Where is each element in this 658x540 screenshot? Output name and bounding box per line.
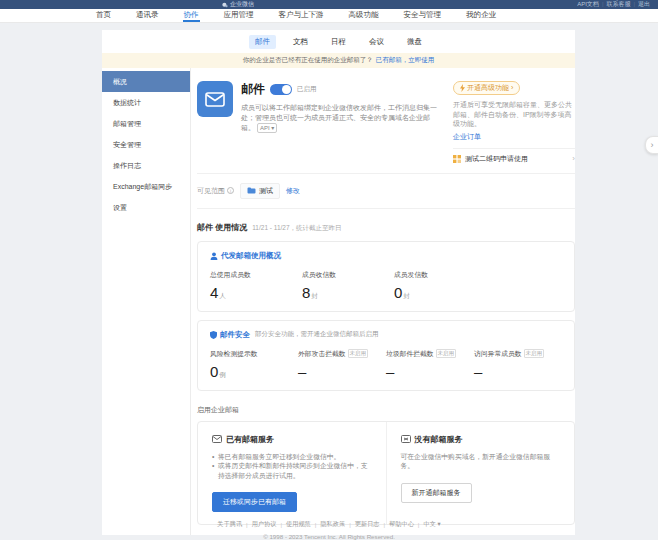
nav-item-customers[interactable]: 客户与上下游 [278,9,325,22]
toggle-status-label: 已启用 [297,85,317,94]
subtab-bar: 邮件 文档 日程 会议 微盘 [102,30,575,53]
stat-total-members: 总使用成员数 4人 [210,270,302,301]
new-mail-service-button[interactable]: 新开通邮箱服务 [401,483,472,503]
nav-item-my-company[interactable]: 我的企业 [465,9,497,22]
nav-item-home[interactable]: 首页 [95,9,112,22]
tab-docs[interactable]: 文档 [287,35,314,49]
topbar-link-api-doc[interactable]: API文档 [577,0,599,9]
envelope-icon [205,92,225,107]
sidebar-item-exchange-sync[interactable]: Exchange邮箱同步 [102,176,190,197]
usage-date-range: 11/21 - 11/27，统计截止至昨日 [252,224,341,233]
main-content: 邮件 已启用 成员可以将工作邮箱绑定到企业微信收发邮件，工作消息归集一处；管理员… [191,68,589,535]
divider [197,208,575,209]
notice-text: 你的企业是否已经有正在使用的企业邮箱了？ [243,56,373,65]
tab-meeting[interactable]: 会议 [363,35,390,49]
usage-title: 邮件 使用情况 [197,222,247,233]
enable-section-title: 启用企业邮箱 [197,405,575,415]
sidebar-item-mailbox-management[interactable]: 邮箱管理 [102,113,190,134]
has-mail-bullet: 将已有邮箱服务立即迁移到企业微信中。 [212,452,372,462]
visible-range-row: 可见范围 i 测试 修改 [197,183,575,199]
nav-item-contacts[interactable]: 通讯录 [135,9,160,22]
usage-section-header: 邮件 使用情况 11/21 - 11/27，统计截止至昨日 [197,222,575,233]
separator: | [633,0,635,9]
info-icon[interactable]: i [227,187,234,194]
caret-down-icon: ▾ [438,520,441,527]
has-mail-header: 已有邮箱服务 [226,434,274,445]
sidebar-item-security-management[interactable]: 安全管理 [102,134,190,155]
brand-logo: 企业微信 [222,0,254,9]
edit-visible-range-link[interactable]: 修改 [286,186,300,196]
enable-options-box: 已有邮箱服务 将已有邮箱服务立即迁移到企业微信中。 或将历史邮件和新邮件持续同步… [197,421,575,526]
qr-apply-row[interactable]: 测试二维码申请使用 › [453,154,575,164]
nav-item-security[interactable]: 安全与管理 [403,9,443,22]
notice-link[interactable]: 已有邮箱，立即使用 [376,56,435,65]
mail-enabled-toggle[interactable] [270,84,292,95]
migrate-sync-button[interactable]: 迁移或同步已有邮箱 [212,492,297,512]
stat-abnormal-access: 访问异常成员数未启用 – [474,349,562,380]
caret-down-icon: ▾ [271,125,274,131]
separator: | [602,0,604,9]
content-card: 邮件 文档 日程 会议 微盘 你的企业是否已经有正在使用的企业邮箱了？ 已有邮箱… [102,30,575,535]
topbar-links: API文档 | 联系客服 | 退出 [577,0,650,9]
no-mail-header: 没有邮箱服务 [415,434,463,445]
qr-code-icon [453,155,461,163]
language-selector[interactable]: 中文 ▾ [423,520,440,529]
footer-link-help[interactable]: 帮助中心 [389,520,414,529]
mail-security-header: 邮件安全 [220,330,250,340]
chevron-right-icon: › [651,140,654,150]
topbar-link-logout[interactable]: 退出 [638,0,650,9]
divider [197,173,575,174]
sidebar-item-settings[interactable]: 设置 [102,197,190,218]
footer-link-privacy[interactable]: 隐私政策 [320,520,345,529]
stat-risk-alerts: 风险检测提示数 0例 [210,349,298,380]
stat-sent-mails: 成员发信数 0封 [394,270,486,301]
footer-link-rules[interactable]: 使用规范 [286,520,311,529]
premium-desc: 开通后可享受无限邮箱容量、更多公共邮箱、邮件自动备份、IP限制等多项高级功能。 [453,100,575,129]
chevron-right-icon: › [511,84,513,92]
page-footer: 关于腾讯| 用户协议| 使用规范| 隐私政策| 更新日志| 帮助中心| 中文 ▾… [0,520,658,540]
topbar: 企业微信 API文档 | 联系客服 | 退出 [0,0,658,9]
no-mail-service-card: 没有邮箱服务 可在企业微信中购买域名，新开通企业微信邮箱服务。 新开通邮箱服务 [386,422,575,525]
separator: | [246,521,248,528]
topbar-link-contact[interactable]: 联系客服 [606,0,630,9]
mail-security-box: 邮件安全 部分安全功能，需开通企业微信邮箱后启用 风险检测提示数 0例 外部攻击… [197,320,575,391]
footer-link-agreement[interactable]: 用户协议 [252,520,277,529]
visible-range-label: 可见范围 i [197,186,234,196]
enterprise-order-link[interactable]: 企业订单 [453,132,481,142]
floating-panel-toggle[interactable]: › [645,136,658,154]
qr-apply-label: 测试二维码申请使用 [465,154,528,164]
sidebar-item-statistics[interactable]: 数据统计 [102,92,190,113]
main-nav: 首页 通讯录 协作 应用管理 客户与上下游 高级功能 安全与管理 我的企业 [0,9,658,23]
nav-item-collaboration[interactable]: 协作 [183,9,200,22]
footer-link-changelog[interactable]: 更新日志 [355,520,380,529]
nav-item-advanced[interactable]: 高级功能 [348,9,380,22]
api-dropdown-tag[interactable]: API ▾ [257,123,277,133]
tab-drive[interactable]: 微盘 [401,35,428,49]
no-mail-desc: 可在企业微信中购买域名，新开通企业微信邮箱服务。 [401,452,561,471]
status-badge: 未启用 [348,349,369,358]
page-background: 邮件 文档 日程 会议 微盘 你的企业是否已经有正在使用的企业邮箱了？ 已有邮箱… [0,23,658,540]
separator: | [418,521,420,528]
sidebar-item-operation-log[interactable]: 操作日志 [102,155,190,176]
stat-spam-intercepted: 垃圾邮件拦截数未启用 – [386,349,474,380]
new-mailbox-icon [401,435,411,443]
premium-promo-panel: 开通高级功能 › 开通后可享受无限邮箱容量、更多公共邮箱、邮件自动备份、IP限制… [453,81,575,164]
toggle-knob [282,85,291,94]
nav-item-app-management[interactable]: 应用管理 [223,9,255,22]
divider [453,148,575,149]
upgrade-premium-button[interactable]: 开通高级功能 › [453,81,520,95]
mail-security-note: 部分安全功能，需开通企业微信邮箱后启用 [255,330,379,339]
has-mail-service-card: 已有邮箱服务 将已有邮箱服务立即迁移到企业微信中。 或将历史邮件和新邮件持续同步… [198,422,386,525]
footer-link-about[interactable]: 关于腾讯 [217,520,242,529]
separator: | [384,521,386,528]
separator: | [349,521,351,528]
notice-bar: 你的企业是否已经有正在使用的企业邮箱了？ 已有邮箱，立即使用 [102,53,575,68]
mailbox-icon [212,435,222,443]
visible-range-tag: 测试 [240,183,280,199]
mail-app-icon [197,81,233,117]
tab-mail[interactable]: 邮件 [249,35,276,49]
sidebar-item-overview[interactable]: 概况 [102,71,190,92]
tab-schedule[interactable]: 日程 [325,35,352,49]
chevron-right-icon: › [572,154,575,163]
separator: | [315,521,317,528]
